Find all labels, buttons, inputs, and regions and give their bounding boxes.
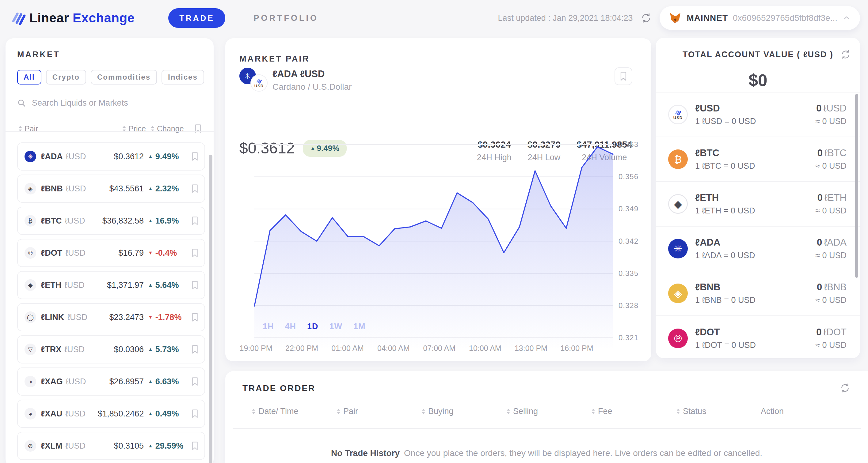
divider <box>233 428 861 429</box>
change-arrow-icon: ▲ <box>148 186 153 191</box>
order-column-header[interactable]: Status <box>676 407 761 416</box>
divider <box>5 131 214 132</box>
market-row[interactable]: ◕ ℓXAUℓUSD $1,850.2462 ▲0.49% <box>17 400 205 428</box>
change-arrow-icon: ▼ <box>148 250 153 256</box>
refresh-icon[interactable] <box>840 49 851 60</box>
market-row[interactable]: ▽ ℓTRXℓUSD $0.0306 ▲5.73% <box>17 335 205 363</box>
coin-icon: ℗ <box>25 247 36 259</box>
sort-change-header[interactable]: Change <box>146 124 192 133</box>
timeframe-option[interactable]: 1M <box>353 322 366 331</box>
linear-logo-icon <box>10 10 26 26</box>
app-logo[interactable]: Linear Exchange <box>10 10 134 26</box>
y-axis-tick: 0.335 <box>619 269 639 278</box>
bookmark-icon[interactable] <box>191 409 199 418</box>
pair-price: $36,832.58 <box>98 216 144 226</box>
pair-price: $43.5561 <box>98 184 144 194</box>
asset-row: ℗ ℓDOT 1 ℓDOT = 0 USD 0ℓDOT ≈ 0 USD <box>656 316 860 358</box>
market-row[interactable]: ◆ ℓETHℓUSD $1,371.97 ▲5.64% <box>17 271 205 299</box>
market-row[interactable]: ◈ ℓBNBℓUSD $43.5561 ▲2.32% <box>17 174 205 203</box>
market-filter-tab[interactable]: Indices <box>161 70 204 85</box>
coin-icon: ▽ <box>25 343 36 355</box>
timeframe-option[interactable]: 1H <box>263 322 274 331</box>
bookmark-icon[interactable] <box>191 249 199 258</box>
sort-price-header[interactable]: Price <box>100 124 146 133</box>
pair-label: ℓADAℓUSD <box>41 152 98 161</box>
market-section-title: MARKET <box>17 50 205 59</box>
y-axis-tick: 0.342 <box>619 237 639 245</box>
market-row[interactable]: ◑ ℓXAGℓUSD $26.8957 ▲6.63% <box>17 367 205 396</box>
market-filter-tab[interactable]: Commodities <box>91 70 157 85</box>
timeframe-option[interactable]: 1D <box>307 322 318 331</box>
market-row[interactable]: ✳ ℓADAℓUSD $0.3612 ▲9.49% <box>17 142 205 171</box>
asset-balance: 0ℓBTC ≈ 0 USD <box>815 147 846 171</box>
timeframe-option[interactable]: 1W <box>330 322 343 331</box>
x-axis-tick: 01:00 AM <box>324 344 371 353</box>
market-rows: ✳ ℓADAℓUSD $0.3612 ▲9.49% ◈ ℓ <box>17 142 205 460</box>
pair-label: ℓBTCℓUSD <box>41 216 98 226</box>
bookmark-filter-icon[interactable] <box>192 124 202 133</box>
trade-nav-button[interactable]: TRADE <box>168 8 225 28</box>
market-table-header: Pair Price Change <box>17 124 205 133</box>
pair-price: $1,371.97 <box>98 280 144 290</box>
bookmark-icon[interactable] <box>191 377 199 386</box>
market-filter-tab[interactable]: All <box>17 70 41 85</box>
coin-icon: ◑ <box>25 376 36 387</box>
asset-coin-icon: ℗ <box>668 329 688 348</box>
search-input[interactable] <box>31 98 180 108</box>
bookmark-icon[interactable] <box>191 345 199 354</box>
refresh-icon[interactable] <box>641 12 652 24</box>
order-column-header[interactable]: Buying <box>421 407 506 416</box>
asset-coin-icon: ◈ <box>668 284 688 303</box>
bookmark-icon[interactable] <box>191 312 199 322</box>
sort-icon <box>506 408 510 415</box>
pair-change: ▲29.59% <box>144 441 191 451</box>
asset-row: ✳ ℓADA 1 ℓADA = 0 USD 0ℓADA ≈ 0 USD <box>656 227 860 271</box>
pair-label: ℓBNBℓUSD <box>41 184 98 194</box>
bookmark-icon[interactable] <box>191 184 199 193</box>
market-row[interactable]: ◯ ℓLINKℓUSD $23.2473 ▼-1.78% <box>17 303 205 331</box>
bookmark-icon[interactable] <box>191 216 199 225</box>
asset-names: ℓADA 1 ℓADA = 0 USD <box>695 237 755 260</box>
timeframe-option[interactable]: 4H <box>285 322 297 331</box>
asset-names: ℓBNB 1 ℓBNB = 0 USD <box>695 282 755 305</box>
wallet-selector[interactable]: MAINNET 0x6096529765d5fbf8df3e... <box>659 6 860 30</box>
x-axis-tick: 07:00 AM <box>416 344 462 353</box>
sort-icon <box>421 408 426 415</box>
order-column-header[interactable]: Pair <box>336 407 421 416</box>
coin-icon: ◯ <box>25 311 36 323</box>
bookmark-icon[interactable] <box>191 280 199 290</box>
portfolio-nav-link[interactable]: PORTFOLIO <box>253 13 318 23</box>
logo-text-linear: Linear <box>29 11 69 25</box>
change-arrow-icon: ▲ <box>148 282 153 288</box>
change-arrow-icon: ▲ <box>148 346 153 352</box>
market-filter-tab[interactable]: Crypto <box>46 70 86 85</box>
sort-pair-header[interactable]: Pair <box>18 124 100 133</box>
sidebar-scrollbar-thumb[interactable] <box>209 155 212 463</box>
asset-balance: 0ℓDOT ≈ 0 USD <box>815 327 846 350</box>
asset-coin-icon: USD <box>668 105 688 124</box>
order-column-header[interactable]: Selling <box>506 407 591 416</box>
pair-change: ▲0.49% <box>144 409 191 419</box>
account-scrollbar-thumb[interactable] <box>855 94 858 278</box>
asset-row: ₿ ℓBTC 1 ℓBTC = 0 USD 0ℓBTC ≈ 0 USD <box>656 137 860 182</box>
market-row[interactable]: ⊘ ℓXLMℓUSD $0.3105 ▲29.59% <box>17 432 205 460</box>
pair-change: ▲5.73% <box>144 345 191 354</box>
order-column-header[interactable]: Date/ Time <box>251 407 336 416</box>
order-column-header[interactable]: Action <box>761 407 846 416</box>
market-search <box>17 98 205 108</box>
price-chart[interactable] <box>225 38 651 361</box>
refresh-icon[interactable] <box>840 383 850 393</box>
bookmark-icon[interactable] <box>191 441 199 451</box>
x-axis-tick: 13:00 PM <box>508 344 554 353</box>
top-header: Linear Exchange TRADE PORTFOLIO Last upd… <box>0 0 868 36</box>
order-column-header[interactable]: Fee <box>591 407 676 416</box>
change-arrow-icon: ▲ <box>148 154 153 159</box>
logo-text-exchange: Exchange <box>73 11 134 25</box>
market-sidebar: MARKET All Crypto Commodities Indices Pa… <box>5 38 214 463</box>
market-row[interactable]: ℗ ℓDOTℓUSD $16.79 ▼-0.4% <box>17 239 205 267</box>
change-arrow-icon: ▲ <box>148 218 153 224</box>
asset-balance: 0ℓUSD ≈ 0 USD <box>815 103 846 126</box>
bookmark-icon[interactable] <box>191 152 199 161</box>
market-row[interactable]: ₿ ℓBTCℓUSD $36,832.58 ▲16.9% <box>17 207 205 235</box>
trade-order-panel: TRADE ORDER Date/ Time Pair Buying <box>225 371 868 463</box>
